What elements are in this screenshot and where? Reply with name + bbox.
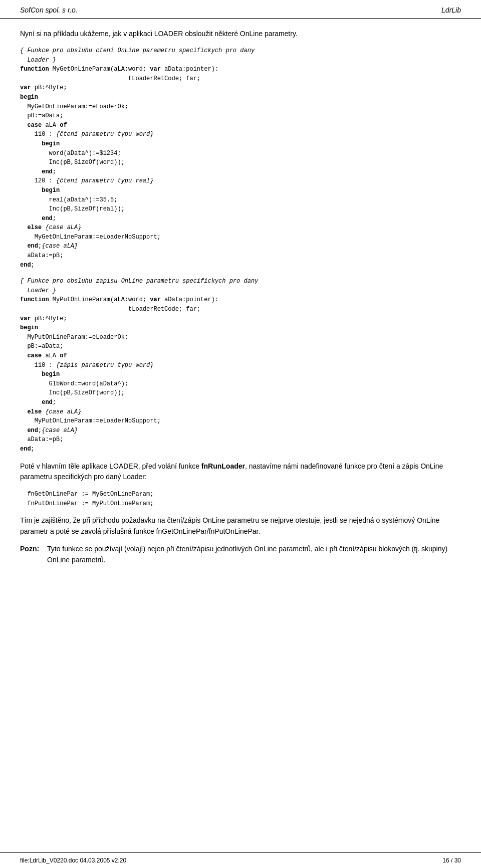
paragraph-2: Tím je zajištěno, že při příchodu požada… xyxy=(20,515,461,537)
paragraph-1-bold: fnRunLoader xyxy=(201,462,245,470)
page-header: SofCon spol. s r.o. LdrLib xyxy=(0,0,481,19)
page: SofCon spol. s r.o. LdrLib Nyní si na př… xyxy=(0,0,481,868)
code-block-1: { Funkce pro obsluhu cteni OnLine parame… xyxy=(20,46,461,270)
header-company: SofCon spol. s r.o. xyxy=(20,6,78,14)
code-comment-1: { Funkce pro obsluhu cteni OnLine parame… xyxy=(20,47,255,64)
paragraph-1-prefix: Poté v hlavním těle aplikace LOADER, pře… xyxy=(20,462,201,470)
paragraph-1: Poté v hlavním těle aplikace LOADER, pře… xyxy=(20,461,461,483)
page-content: Nyní si na příkladu ukážeme, jak v aplik… xyxy=(0,19,481,613)
code-block-2: { Funkce pro obsluhu zapisu OnLine param… xyxy=(20,277,461,454)
code-keyword-function1: function xyxy=(20,66,49,73)
note-text: Tyto funkce se používají (volají) nejen … xyxy=(47,544,461,565)
header-title: LdrLib xyxy=(441,6,461,14)
footer-page-number: 16 / 30 xyxy=(442,857,461,864)
page-footer: file:LdrLib_V0220.doc 04.03.2005 v2.20 1… xyxy=(0,852,481,868)
intro-paragraph: Nyní si na příkladu ukážeme, jak v aplik… xyxy=(20,29,461,39)
code-inline-assignments: fnGetOnLinePar := MyGetOnLineParam; fnPu… xyxy=(20,490,461,508)
note-label: Pozn: xyxy=(20,544,45,555)
note-row: Pozn: Tyto funkce se používají (volají) … xyxy=(20,544,461,565)
code-comment-2: { Funkce pro obsluhu zapisu OnLine param… xyxy=(20,278,258,294)
footer-file-info: file:LdrLib_V0220.doc 04.03.2005 v2.20 xyxy=(20,857,126,864)
